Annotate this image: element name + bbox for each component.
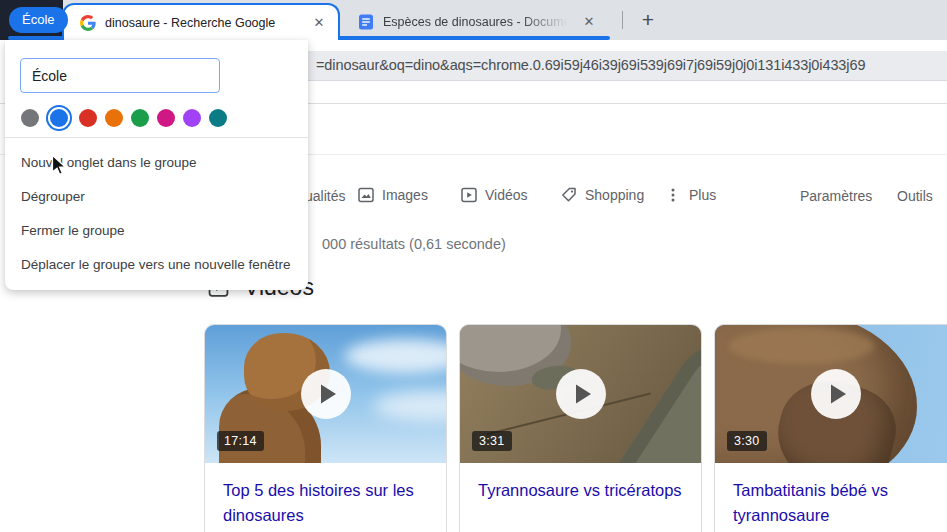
- mouse-cursor: [49, 154, 69, 176]
- group-color-picker: [21, 106, 227, 130]
- images-icon: [357, 186, 375, 204]
- shopping-icon: [560, 186, 578, 204]
- video-duration: 3:31: [472, 431, 512, 451]
- video-card[interactable]: 17:14 Top 5 des histoires sur les dinosa…: [204, 324, 447, 532]
- nav-label: Shopping: [585, 187, 644, 203]
- group-name-input[interactable]: [20, 58, 220, 93]
- nav-label: Images: [382, 187, 428, 203]
- menu-item-ungroup[interactable]: Dégrouper: [5, 180, 308, 214]
- thumb-art: [345, 339, 446, 373]
- video-title-link[interactable]: Tambatitanis bébé vs tyrannosaure: [733, 478, 938, 528]
- more-icon: [664, 186, 682, 204]
- thumb-art: [594, 328, 701, 463]
- video-duration: 17:14: [217, 431, 264, 451]
- close-tab-icon[interactable]: ✕: [580, 13, 598, 31]
- address-bar[interactable]: =dinosaur&oq=dino&aqs=chrome.0.69i59j46i…: [260, 51, 947, 81]
- color-swatch-grey[interactable]: [21, 109, 39, 127]
- nav-label: Vidéos: [485, 187, 528, 203]
- video-card[interactable]: 3:31 Tyrannosaure vs tricératops: [459, 324, 702, 532]
- play-icon[interactable]: [300, 368, 352, 420]
- tab-group-badge[interactable]: École: [9, 7, 68, 33]
- nav-parametres[interactable]: Paramètres: [800, 188, 872, 204]
- color-swatch-blue[interactable]: [50, 109, 68, 127]
- color-swatch-red[interactable]: [79, 109, 97, 127]
- close-tab-icon[interactable]: ✕: [310, 14, 328, 32]
- new-tab-button[interactable]: +: [634, 6, 662, 34]
- nav-outils[interactable]: Outils: [897, 188, 933, 204]
- menu-item-move-group-new-window[interactable]: Déplacer le groupe vers une nouvelle fen…: [5, 248, 308, 282]
- color-swatch-pink[interactable]: [157, 109, 175, 127]
- google-favicon: [80, 15, 96, 31]
- tab-strip: Espèces de dinosaures - Docume ✕ dinosau…: [0, 0, 947, 40]
- video-duration: 3:30: [727, 431, 767, 451]
- video-title-link[interactable]: Tyrannosaure vs tricératops: [478, 478, 683, 503]
- nav-actualites-partial[interactable]: ualités: [305, 188, 345, 204]
- menu-item-close-group[interactable]: Fermer le groupe: [5, 214, 308, 248]
- color-swatch-teal[interactable]: [209, 109, 227, 127]
- nav-shopping[interactable]: Shopping: [560, 186, 644, 204]
- thumb-art: [729, 328, 874, 364]
- menu-divider: [5, 137, 308, 138]
- docs-favicon: [358, 14, 374, 30]
- results-stats: 000 résultats (0,61 seconde): [322, 236, 506, 252]
- video-thumbnail[interactable]: 3:31: [460, 325, 701, 463]
- color-swatch-purple[interactable]: [183, 109, 201, 127]
- tab-dinosaure-recherche[interactable]: dinosaure - Recherche Google ✕: [62, 3, 340, 40]
- tab-title: dinosaure - Recherche Google: [105, 16, 304, 30]
- browser-window: ualités Images Vidéos: [0, 0, 947, 532]
- video-thumbnail[interactable]: 3:30: [715, 325, 947, 463]
- tab-especes-dinosaures[interactable]: Espèces de dinosaures - Docume ✕: [342, 3, 608, 40]
- nav-images[interactable]: Images: [357, 186, 428, 204]
- play-icon[interactable]: [810, 368, 862, 420]
- nav-videos[interactable]: Vidéos: [460, 186, 528, 204]
- video-title-link[interactable]: Top 5 des histoires sur les dinosaures: [223, 478, 428, 528]
- tab-strip-divider: [622, 11, 623, 29]
- tab-title: Espèces de dinosaures - Docume: [383, 15, 574, 29]
- tab-group-menu: Nouvel onglet dans le groupe Dégrouper F…: [5, 40, 308, 290]
- video-thumbnail[interactable]: 17:14: [205, 325, 446, 463]
- nav-plus[interactable]: Plus: [664, 186, 716, 204]
- video-card[interactable]: 3:30 Tambatitanis bébé vs tyrannosaure: [714, 324, 947, 532]
- url-text: =dinosaur&oq=dino&aqs=chrome.0.69i59j46i…: [316, 57, 865, 73]
- color-swatch-green[interactable]: [131, 109, 149, 127]
- videos-icon: [460, 186, 478, 204]
- nav-label: Plus: [689, 187, 716, 203]
- play-icon[interactable]: [555, 368, 607, 420]
- thumb-art: [374, 391, 446, 421]
- color-swatch-orange[interactable]: [105, 109, 123, 127]
- video-cards: 17:14 Top 5 des histoires sur les dinosa…: [204, 324, 947, 532]
